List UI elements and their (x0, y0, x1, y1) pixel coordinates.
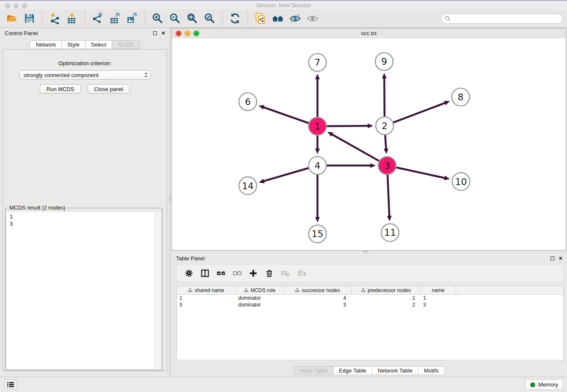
column-header-MCDS-role[interactable]: MCDS role (236, 286, 284, 294)
table-cell-shared-name[interactable]: 1 (177, 295, 236, 301)
delete-column-icon (265, 269, 274, 278)
export-network-button[interactable] (90, 11, 105, 27)
graph-edge-4-14[interactable] (263, 168, 308, 181)
graph-edge-2-8[interactable] (393, 103, 446, 123)
function-button[interactable]: f(x) (293, 266, 309, 281)
column-header-label: MCDS role (250, 287, 275, 293)
control-panel-tabs: NetworkStyleSelectMCDS (0, 40, 170, 49)
mcds-tab-content: Optimization criterion: strongly connect… (3, 49, 167, 371)
table-cell-successor-nodes[interactable]: 4 (284, 295, 352, 301)
column-header-label: shared name (195, 287, 224, 293)
network-window-titlebar[interactable]: × − + scc.txt (172, 28, 566, 39)
hide-eye-button[interactable] (287, 11, 303, 27)
save-session-button[interactable] (22, 11, 37, 27)
column-header-successor-nodes[interactable]: successor nodes (284, 286, 352, 294)
column-type-icon (244, 288, 248, 293)
memory-button[interactable]: Memory (525, 379, 563, 390)
select-all-icon (217, 269, 226, 278)
table-panel-float-button[interactable] (550, 257, 554, 260)
mcds-result-line: 1 (10, 213, 158, 220)
vertical-splitter-handle[interactable] (169, 196, 171, 202)
control-panel-float-button[interactable] (153, 31, 157, 35)
graph-node-label-9: 9 (381, 56, 387, 67)
import-table-button[interactable] (64, 11, 80, 27)
table-cell-name[interactable]: 1 (421, 295, 456, 301)
column-type-icon (188, 288, 193, 293)
column-header-shared-name[interactable]: shared name (177, 286, 236, 294)
graph-edge-2-9[interactable] (384, 77, 385, 116)
table-cell-MCDS-role[interactable]: dominator (236, 295, 284, 301)
search-box[interactable] (441, 14, 563, 24)
graph-arrowhead-1-7 (315, 74, 320, 79)
home-button[interactable] (270, 11, 286, 27)
select-all-button[interactable] (213, 266, 229, 281)
tab-style[interactable]: Style (62, 40, 85, 49)
zoom-in-button[interactable] (150, 11, 165, 27)
table-cell-MCDS-role[interactable]: dominator (236, 302, 284, 308)
graph-node-label-6: 6 (245, 97, 251, 107)
tab-edge-table[interactable]: Edge Table (333, 366, 372, 375)
table-panel-close-button[interactable]: × (559, 256, 562, 261)
table-panel: Table Panel × f(x) shared nameMCDS roles… (171, 253, 567, 377)
table-cell-shared-name[interactable]: 3 (177, 302, 236, 308)
graph-arrowhead-1-6 (259, 105, 264, 109)
refresh-button[interactable] (227, 11, 243, 27)
export-image-icon (127, 13, 138, 24)
memory-status-icon (530, 382, 535, 387)
run-mcds-button[interactable]: Run MCDS (40, 84, 81, 94)
duplicate-view-button[interactable] (253, 11, 268, 27)
deselect-all-button[interactable] (229, 266, 245, 281)
split-columns-button[interactable] (197, 266, 213, 281)
horizontal-splitter-handle[interactable] (363, 251, 368, 253)
graph-edge-3-1[interactable] (331, 134, 379, 161)
table-row[interactable]: 1dominator411 (177, 295, 563, 301)
column-type-icon (361, 288, 366, 293)
show-panels-button[interactable] (4, 379, 17, 389)
delete-column-button[interactable] (261, 266, 277, 281)
home-icon (272, 13, 284, 24)
search-input[interactable] (453, 15, 559, 22)
select-updown-icon (143, 72, 149, 78)
tab-mcds[interactable]: MCDS (112, 40, 140, 49)
graph-edge-3-11[interactable] (388, 175, 389, 217)
mcds-result-scrollbar[interactable] (154, 212, 161, 369)
graph-edge-2-3[interactable] (385, 135, 386, 149)
search-icon (445, 16, 450, 21)
graph-edge-3-10[interactable] (396, 168, 445, 178)
table-cell-predecessor-nodes[interactable]: 1 (352, 295, 421, 301)
import-network-button[interactable] (47, 11, 63, 27)
mcds-result-list[interactable]: 13 (7, 212, 161, 369)
tab-motifs[interactable]: Motifs (418, 366, 445, 375)
open-session-button[interactable] (4, 11, 20, 27)
column-header-predecessor-nodes[interactable]: predecessor nodes (352, 286, 421, 294)
toolbar-separator (248, 11, 248, 26)
table-cell-name[interactable]: 3 (421, 302, 456, 308)
graph-edge-1-2[interactable] (327, 126, 369, 126)
table-header-row: shared nameMCDS rolesuccessor nodesprede… (177, 286, 563, 295)
graph-edge-1-6[interactable] (263, 107, 308, 123)
column-header-name[interactable]: name (421, 286, 456, 294)
tab-node-table[interactable]: Node Table (294, 366, 333, 375)
close-panel-button[interactable]: Close panel (88, 84, 130, 94)
toolbar-separator (222, 11, 223, 26)
gear-button[interactable] (181, 266, 197, 281)
export-image-button[interactable] (124, 11, 140, 27)
delete-table-icon (281, 269, 290, 278)
add-column-button[interactable] (245, 266, 261, 281)
delete-table-button[interactable] (277, 266, 293, 281)
network-canvas[interactable]: 7968124314101511 (172, 39, 566, 250)
zoom-out-button[interactable] (167, 11, 183, 27)
export-table-button[interactable] (107, 11, 123, 27)
main-toolbar (0, 9, 567, 28)
table-cell-successor-nodes[interactable]: 3 (284, 302, 352, 308)
table-row[interactable]: 3dominator323 (177, 301, 563, 308)
tab-select[interactable]: Select (85, 40, 112, 49)
optimization-criterion-select[interactable]: strongly connected component (19, 70, 151, 80)
table-cell-predecessor-nodes[interactable]: 2 (352, 302, 421, 308)
zoom-fit-button[interactable] (184, 11, 200, 27)
tab-network[interactable]: Network (30, 40, 62, 49)
show-eye-button[interactable] (305, 11, 320, 27)
tab-network-table[interactable]: Network Table (372, 366, 418, 375)
zoom-selected-button[interactable] (202, 11, 217, 27)
control-panel-close-button[interactable]: × (162, 30, 165, 36)
